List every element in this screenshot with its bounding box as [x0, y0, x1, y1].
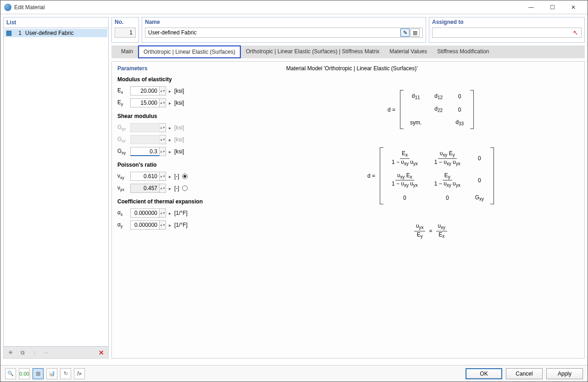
Gxz-label: Gxz [117, 136, 130, 143]
ay-unit: [1/°F] [174, 222, 188, 228]
vxy-radio[interactable] [182, 174, 188, 179]
list-item-label: User-defined Fabric [25, 30, 73, 36]
poisson-heading: Poisson's ratio [117, 162, 272, 168]
ax-input[interactable]: 0.000000 [130, 208, 160, 218]
Ex-menu[interactable]: ▸ [167, 89, 172, 94]
Gyz-spinner: ▲▼ [160, 123, 166, 132]
Ex-unit: [ksi] [174, 88, 184, 94]
Gxy-spinner[interactable]: ▲▼ [160, 147, 166, 156]
model-title: Material Model 'Orthotropic | Linear Ela… [286, 65, 575, 72]
Gyz-input [130, 123, 160, 132]
tab-main[interactable]: Main [116, 45, 138, 58]
vxy-spinner[interactable]: ▲▼ [160, 172, 166, 181]
Gxz-unit: [ksi] [174, 136, 184, 143]
Ex-spinner[interactable]: ▲▼ [160, 86, 166, 96]
ax-spinner[interactable]: ▲▼ [160, 208, 166, 218]
Gyz-menu: ▸ [167, 125, 172, 130]
no-input[interactable]: 1 [115, 28, 136, 38]
tab-stiffness-matrix[interactable]: Orthotropic | Linear Elastic (Surfaces) … [241, 45, 384, 58]
Gxz-spinner: ▲▼ [160, 135, 166, 144]
view-icon[interactable]: ▥ [33, 368, 44, 379]
Ex-input[interactable]: 20.000 [130, 86, 160, 96]
vyx-input[interactable]: 0.457 [130, 184, 160, 193]
ax-unit: [1/°F] [174, 210, 188, 216]
vyx-spinner[interactable]: ▲▼ [160, 184, 166, 193]
tab-material-values[interactable]: Material Values [384, 45, 432, 58]
tab-ortho-elastic[interactable]: Orthotropic | Linear Elastic (Surfaces) [138, 45, 241, 58]
Gxz-input [130, 135, 160, 144]
Ex-label: Ex [117, 87, 130, 95]
assigned-label: Assigned to [429, 17, 584, 27]
vyx-label: νyx [117, 185, 130, 192]
ay-spinner[interactable]: ▲▼ [160, 220, 166, 230]
shear-heading: Shear modulus [117, 113, 272, 119]
list-header: List [3, 17, 109, 28]
cancel-button[interactable]: Cancel [506, 368, 543, 379]
Gxy-input[interactable]: 0.3 [130, 147, 160, 156]
function-icon[interactable]: f≠ [74, 368, 85, 379]
Gxy-label: Gxy [117, 148, 130, 155]
vyx-menu[interactable]: ▸ [167, 186, 172, 191]
Ey-spinner[interactable]: ▲▼ [160, 98, 166, 107]
matrix-d-expanded: d = Ex1 − υxy υyx υxy Ey1 − υxy υyx 0 υx… [286, 147, 575, 204]
tab-stiffness-modification[interactable]: Stiffness Modification [432, 45, 494, 58]
tool-button-4[interactable]: ↔ [41, 348, 51, 358]
select-objects-icon[interactable]: ↖ [573, 29, 578, 36]
assigned-input[interactable]: ↖ [432, 28, 582, 38]
parameters-title: Parameters [117, 65, 272, 72]
Ey-label: Ey [117, 99, 130, 107]
name-input[interactable]: User-defined Fabric ✎ ▥ [145, 28, 423, 38]
no-label: No. [112, 17, 139, 27]
vyx-unit: [-] [174, 185, 179, 191]
refresh-icon[interactable]: ↻ [60, 368, 71, 379]
help-icon[interactable]: 🔍 [5, 368, 16, 379]
thermal-heading: Coefficient of thermal expansion [117, 198, 272, 205]
vxy-unit: [-] [174, 173, 179, 180]
library-icon[interactable]: ▥ [410, 28, 420, 37]
tab-bar: Main Orthotropic | Linear Elastic (Surfa… [111, 45, 585, 58]
ay-label: αy [117, 221, 130, 229]
units-icon[interactable]: 0.00 [19, 368, 30, 379]
matrix-d-symbolic: d = d11d120 d220 sym.d33 [286, 90, 575, 129]
vxy-label: νxy [117, 173, 130, 180]
vxy-menu[interactable]: ▸ [167, 174, 172, 179]
Gyz-label: Gyz [117, 124, 130, 131]
graph-icon[interactable]: 📊 [46, 368, 57, 379]
ax-menu[interactable]: ▸ [167, 211, 172, 216]
vxy-input[interactable]: 0.610 [130, 172, 160, 181]
maximize-button[interactable]: ☐ [542, 0, 563, 14]
color-swatch [6, 31, 11, 36]
list-item-number: 1 [15, 30, 22, 36]
copy-item-button[interactable]: ⧉ [17, 348, 28, 358]
new-item-button[interactable]: ✳ [6, 348, 16, 358]
Ey-unit: [ksi] [174, 100, 184, 106]
modulus-heading: Modulus of elasticity [117, 76, 272, 83]
Gxy-menu[interactable]: ▸ [167, 149, 172, 154]
poisson-relation: υyxEy = υxyEx [286, 223, 575, 239]
name-label: Name [142, 17, 426, 27]
ok-button[interactable]: OK [466, 368, 502, 379]
minimize-button[interactable]: — [521, 0, 542, 14]
ay-input[interactable]: 0.000000 [130, 220, 160, 230]
list-body: 1 User-defined Fabric [3, 28, 109, 347]
Gxy-unit: [ksi] [174, 148, 184, 155]
ax-label: αx [117, 209, 130, 217]
apply-button[interactable]: Apply [546, 368, 583, 379]
vyx-radio[interactable] [182, 185, 188, 191]
window-title: Edit Material [14, 4, 521, 11]
Ey-menu[interactable]: ▸ [167, 101, 172, 106]
ay-menu[interactable]: ▸ [167, 223, 172, 228]
Ey-input[interactable]: 15.000 [130, 98, 160, 107]
Gyz-unit: [ksi] [174, 124, 184, 131]
tool-button-3[interactable]: ↕ [29, 348, 39, 358]
list-item[interactable]: 1 User-defined Fabric [5, 29, 107, 37]
close-button[interactable]: ✕ [563, 0, 584, 14]
delete-item-button[interactable]: ✕ [96, 348, 106, 358]
app-icon [4, 4, 11, 11]
Gxz-menu: ▸ [167, 137, 172, 142]
edit-name-icon[interactable]: ✎ [400, 28, 410, 37]
